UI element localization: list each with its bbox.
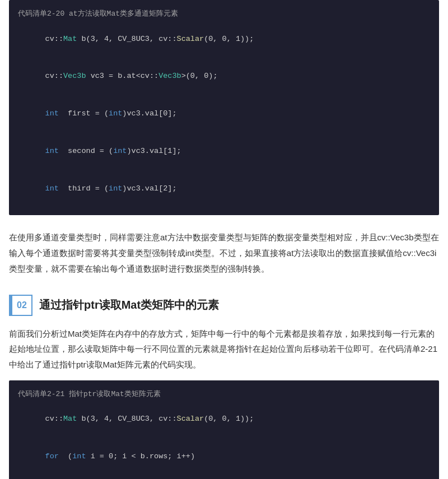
code-line: int first = (int)vc3.val[0]; — [18, 95, 430, 133]
code-title-2: 代码清单2-21 指针ptr读取Mat类矩阵元素 — [18, 390, 161, 398]
code-block-1: 代码清单2-20 at方法读取Mat类多通道矩阵元素 cv::Mat b(3, … — [9, 0, 439, 215]
code-block-2: 代码清单2-21 指针ptr读取Mat类矩阵元素 cv::Mat b(3, 4,… — [9, 380, 439, 479]
section-number-2: 02 — [11, 295, 32, 316]
code-content-1: 代码清单2-20 at方法读取Mat类多通道矩阵元素 cv::Mat b(3, … — [9, 0, 439, 215]
code-line: cv::Mat b(3, 4, CV_8UC3, cv::Scalar(0, 0… — [18, 401, 430, 438]
code-content-2: 代码清单2-21 指针ptr读取Mat类矩阵元素 cv::Mat b(3, 4,… — [9, 380, 439, 479]
paragraph-1: 在使用多通道变量类型时，同样需要注意at方法中数据变量类型与矩阵的数据变量类型相… — [0, 220, 448, 284]
code-line: cv::Vec3b vc3 = b.at<cv::Vec3b>(0, 0); — [18, 58, 430, 95]
section-title-2: 通过指针ptr读取Mat类矩阵中的元素 — [39, 297, 219, 313]
paragraph-2-text: 前面我们分析过Mat类矩阵在内存中的存放方式，矩阵中每一行中的每个元素都是挨着存… — [9, 326, 439, 373]
paragraph-2: 前面我们分析过Mat类矩阵在内存中的存放方式，矩阵中每一行中的每个元素都是挨着存… — [0, 324, 448, 380]
paragraph-1-text: 在使用多通道变量类型时，同样需要注意at方法中数据变量类型与矩阵的数据变量类型相… — [9, 230, 439, 276]
code-title-1: 代码清单2-20 at方法读取Mat类多通道矩阵元素 — [18, 10, 178, 18]
code-line: { — [18, 476, 430, 479]
code-line: cv::Mat b(3, 4, CV_8UC3, cv::Scalar(0, 0… — [18, 20, 430, 58]
code-line: int second = (int)vc3.val[1]; — [18, 133, 430, 170]
code-line: int third = (int)vc3.val[2]; — [18, 170, 430, 207]
code-line: for (int i = 0; i < b.rows; i++) — [18, 438, 430, 476]
section-2-header: 02 通过指针ptr读取Mat类矩阵中的元素 — [9, 295, 439, 316]
